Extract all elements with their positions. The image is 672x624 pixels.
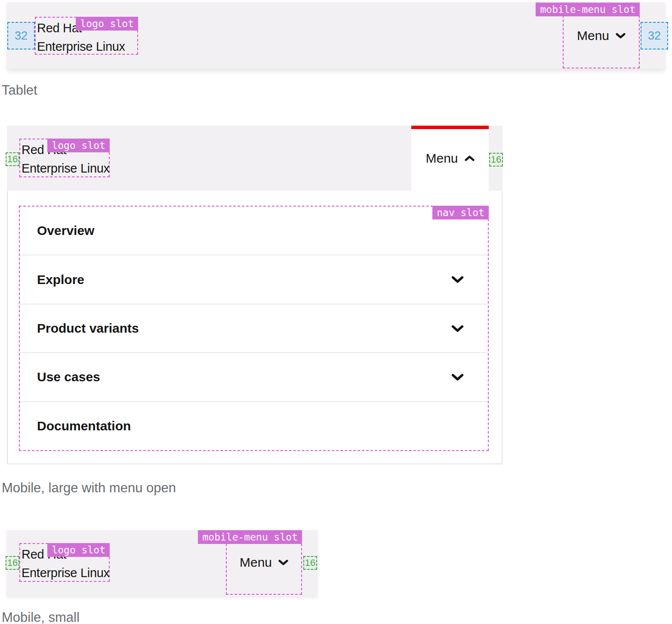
menu-button-label: Menu xyxy=(240,555,272,570)
chevron-down-icon xyxy=(451,325,464,332)
logo-slot-label: logo slot xyxy=(76,17,138,31)
logo-line-2: Enterprise Linux xyxy=(22,159,110,178)
menu-button[interactable]: Menu xyxy=(425,151,474,166)
logo-line-2: Enterprise Linux xyxy=(22,564,110,582)
menu-button-label: Menu xyxy=(577,28,609,43)
mobile-menu-slot: Menu mobile-menu slot xyxy=(563,3,640,68)
spec-page: 32 Red Hat Enterprise Linux logo slot Me… xyxy=(0,0,672,624)
logo-slot-label: logo slot xyxy=(47,139,110,152)
spacing-indicator-left-32: 32 xyxy=(7,22,35,49)
nav-item-label: Overview xyxy=(37,223,94,238)
nav-item-explore[interactable]: Explore xyxy=(20,255,488,303)
menu-button-open[interactable]: Menu xyxy=(411,126,489,191)
chevron-down-icon xyxy=(278,559,288,565)
nav-item-label: Explore xyxy=(37,272,84,287)
nav-item-use-cases[interactable]: Use cases xyxy=(20,352,488,401)
chevron-up-icon xyxy=(465,155,475,161)
chevron-down-icon xyxy=(451,374,464,381)
spacing-indicator-right-16: 16 xyxy=(489,153,503,167)
spacing-indicator-left-16: 16 xyxy=(6,152,19,166)
logo-slot: Red Hat Enterprise Linux logo slot xyxy=(35,17,138,55)
nav-item-documentation[interactable]: Documentation xyxy=(20,402,488,450)
nav-item-overview[interactable]: Overview xyxy=(20,207,488,255)
menu-button[interactable]: Menu xyxy=(577,28,626,43)
nav-item-label: Documentation xyxy=(37,419,131,433)
mobile-menu-slot-label: mobile-menu slot xyxy=(536,3,640,16)
caption-mobile-large: Mobile, large with menu open xyxy=(2,480,176,496)
nav-slot-label: nav slot xyxy=(432,206,489,219)
nav-item-label: Use cases xyxy=(37,370,100,384)
logo-slot-label: logo slot xyxy=(47,543,110,557)
menu-button[interactable]: Menu xyxy=(240,555,288,570)
logo-slot: Red Hat Enterprise Linux logo slot xyxy=(19,543,110,582)
mobile-menu-slot: Menu mobile-menu slot xyxy=(226,530,302,595)
logo-slot: Red Hat Enterprise Linux logo slot xyxy=(19,139,110,177)
nav-item-label: Product variants xyxy=(37,321,139,336)
spacing-indicator-right-32: 32 xyxy=(641,22,668,49)
spacing-indicator-right-16: 16 xyxy=(303,556,317,570)
chevron-down-icon xyxy=(451,276,464,283)
mobile-menu-slot-label: mobile-menu slot xyxy=(198,530,302,544)
chevron-down-icon xyxy=(616,33,626,39)
caption-tablet: Tablet xyxy=(2,83,37,98)
logo-line-2: Enterprise Linux xyxy=(37,37,125,56)
caption-mobile-small: Mobile, small xyxy=(2,610,80,624)
menu-button-label: Menu xyxy=(425,151,458,166)
spacing-indicator-left-16: 16 xyxy=(6,556,19,570)
nav-slot: Overview Explore Product variants Use ca… xyxy=(19,206,489,451)
nav-item-product-variants[interactable]: Product variants xyxy=(20,304,488,352)
